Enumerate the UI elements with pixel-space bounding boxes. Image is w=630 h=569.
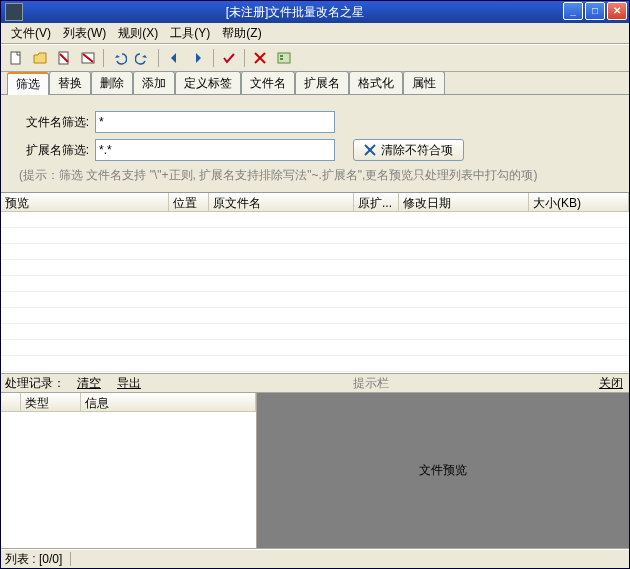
bottom-panes: 类型 信息 文件预览 xyxy=(1,393,629,549)
tab-add[interactable]: 添加 xyxy=(133,71,175,94)
clear-list-icon[interactable] xyxy=(77,47,99,69)
col-preview[interactable]: 预览 xyxy=(1,193,169,211)
toolbar-separator xyxy=(158,49,159,67)
log-header: 类型 信息 xyxy=(1,393,256,412)
processing-strip: 处理记录： 清空 导出 提示栏 关闭 xyxy=(1,373,629,393)
col-orig-ext[interactable]: 原扩... xyxy=(354,193,399,211)
undo-icon[interactable] xyxy=(108,47,130,69)
status-bar: 列表 : [0/0] xyxy=(1,549,629,568)
app-icon xyxy=(5,3,23,21)
remove-item-icon[interactable] xyxy=(53,47,75,69)
clear-mismatch-button[interactable]: 清除不符合项 xyxy=(353,139,464,161)
file-list-header: 预览 位置 原文件名 原扩... 修改日期 大小(KB) xyxy=(1,193,629,212)
svg-rect-9 xyxy=(280,58,283,60)
status-list-count: 列表 : [0/0] xyxy=(5,551,62,568)
col-orig-name[interactable]: 原文件名 xyxy=(209,193,354,211)
file-list-body[interactable] xyxy=(1,212,629,373)
minimize-button[interactable]: _ xyxy=(563,2,583,20)
menu-help[interactable]: 帮助(Z) xyxy=(216,23,267,44)
toolbar-separator xyxy=(244,49,245,67)
menu-bar: 文件(V) 列表(W) 规则(X) 工具(Y) 帮助(Z) xyxy=(1,23,629,44)
x-icon xyxy=(364,144,376,156)
app-window: [未注册]文件批量改名之星 _ □ ✕ 文件(V) 列表(W) 规则(X) 工具… xyxy=(0,0,630,569)
close-window-button[interactable]: ✕ xyxy=(607,2,627,20)
svg-rect-8 xyxy=(280,55,283,57)
preview-label: 文件预览 xyxy=(419,462,467,479)
clear-mismatch-label: 清除不符合项 xyxy=(381,142,453,159)
log-pane: 类型 信息 xyxy=(1,393,257,548)
settings-icon[interactable] xyxy=(273,47,295,69)
tab-filter[interactable]: 筛选 xyxy=(7,72,49,95)
add-file-icon[interactable] xyxy=(5,47,27,69)
menu-list[interactable]: 列表(W) xyxy=(57,23,112,44)
extension-filter-label: 扩展名筛选: xyxy=(19,142,89,159)
tips-label: 提示栏 xyxy=(149,375,593,392)
toolbar-separator xyxy=(103,49,104,67)
tab-delete[interactable]: 删除 xyxy=(91,71,133,94)
extension-filter-input[interactable] xyxy=(95,139,335,161)
svg-rect-0 xyxy=(11,52,20,64)
processing-label: 处理记录： xyxy=(1,375,69,392)
log-body[interactable] xyxy=(1,412,256,548)
tab-format[interactable]: 格式化 xyxy=(349,71,403,94)
options-tabs: 筛选 替换 删除 添加 定义标签 文件名 扩展名 格式化 属性 xyxy=(1,72,629,95)
filename-filter-input[interactable] xyxy=(95,111,335,133)
col-position[interactable]: 位置 xyxy=(169,193,209,211)
log-col-type[interactable]: 类型 xyxy=(21,393,81,411)
filter-hint: (提示：筛选 文件名支持 "\"+正则, 扩展名支持排除写法"~.扩展名",更名… xyxy=(19,167,611,184)
redo-icon[interactable] xyxy=(132,47,154,69)
apply-icon[interactable] xyxy=(218,47,240,69)
tab-extension[interactable]: 扩展名 xyxy=(295,71,349,94)
menu-rules[interactable]: 规则(X) xyxy=(112,23,164,44)
export-log-link[interactable]: 导出 xyxy=(109,375,149,392)
svg-rect-7 xyxy=(278,53,290,63)
window-title: [未注册]文件批量改名之星 xyxy=(27,4,563,21)
tab-custom-tag[interactable]: 定义标签 xyxy=(175,71,241,94)
col-mod-date[interactable]: 修改日期 xyxy=(399,193,529,211)
tab-filename[interactable]: 文件名 xyxy=(241,71,295,94)
tab-replace[interactable]: 替换 xyxy=(49,71,91,94)
col-size[interactable]: 大小(KB) xyxy=(529,193,629,211)
menu-file[interactable]: 文件(V) xyxy=(5,23,57,44)
clear-log-link[interactable]: 清空 xyxy=(69,375,109,392)
toolbar-separator xyxy=(213,49,214,67)
prev-icon[interactable] xyxy=(163,47,185,69)
log-col-info[interactable]: 信息 xyxy=(81,393,256,411)
next-icon[interactable] xyxy=(187,47,209,69)
close-panel-link[interactable]: 关闭 xyxy=(593,375,629,392)
title-bar: [未注册]文件批量改名之星 _ □ ✕ xyxy=(1,1,629,23)
filename-filter-label: 文件名筛选: xyxy=(19,114,89,131)
delete-icon[interactable] xyxy=(249,47,271,69)
add-folder-icon[interactable] xyxy=(29,47,51,69)
log-col-check[interactable] xyxy=(1,393,21,411)
filter-panel: 文件名筛选: 扩展名筛选: 清除不符合项 (提示：筛选 文件名支持 "\"+正则… xyxy=(1,95,629,193)
status-separator xyxy=(70,552,71,566)
tab-attribute[interactable]: 属性 xyxy=(403,71,445,94)
menu-tools[interactable]: 工具(Y) xyxy=(164,23,216,44)
maximize-button[interactable]: □ xyxy=(585,2,605,20)
toolbar xyxy=(1,44,629,72)
preview-pane: 文件预览 xyxy=(257,393,629,548)
